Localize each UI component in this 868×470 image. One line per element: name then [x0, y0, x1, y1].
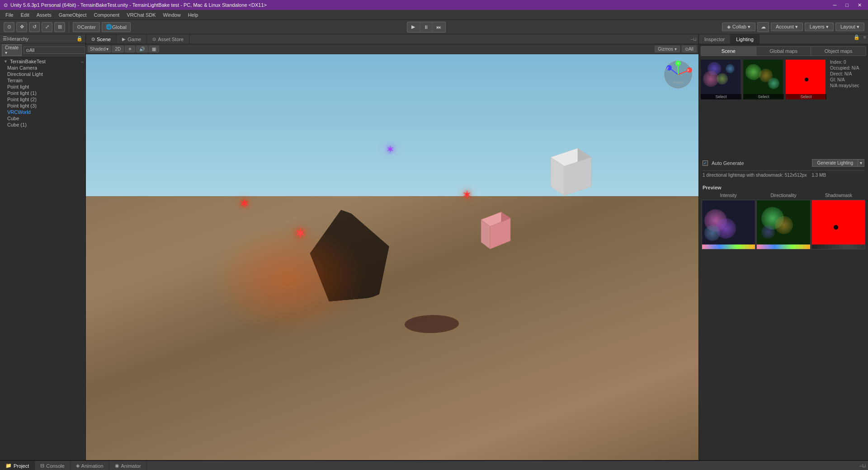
menu-window[interactable]: Window — [160, 11, 184, 19]
lightmap-stats-label: 1 directional lightmap with shadowmask: … — [703, 173, 807, 178]
tab-game[interactable]: ▶ Game — [117, 34, 147, 44]
lightmap-mrays: N/A mrays/sec — [830, 83, 859, 88]
tab-console[interactable]: ⊟ Console — [35, 461, 70, 470]
tab-project[interactable]: 📁 Project — [0, 461, 35, 470]
mode-2d-btn[interactable]: 2D — [112, 46, 124, 52]
layers-button[interactable]: Layers ▾ — [805, 23, 834, 31]
all-filter-btn[interactable]: ⊙All — [682, 46, 697, 52]
global-icon: 🌐 — [106, 24, 112, 30]
menu-vrchat-sdk[interactable]: VRChat SDK — [123, 11, 159, 19]
lightmap-select-btn-3[interactable]: Select — [786, 94, 826, 99]
pivot-center-btn[interactable]: ⊙ Center — [73, 22, 100, 32]
point-light-icon-1[interactable]: ✶ — [239, 196, 250, 211]
minimize-button[interactable]: ─ — [830, 1, 840, 9]
tool-move[interactable]: ✥ — [16, 22, 27, 32]
preview-canvas-3 — [812, 200, 865, 249]
layout-button[interactable]: Layout ▾ — [835, 23, 864, 31]
hier-minus-icon: – — [81, 59, 84, 64]
hier-item-terrainbaketest[interactable]: ▼ TerrainBakeTest – — [0, 58, 85, 65]
lighting-toggle[interactable]: ☀ — [125, 46, 135, 52]
menu-help[interactable]: Help — [184, 11, 202, 19]
scene-tab-spacer — [189, 34, 689, 44]
point-light-icon-3[interactable]: ✶ — [462, 188, 472, 202]
object-maps-sub-tab-label: Object maps — [825, 48, 853, 54]
animator-tab-label: Animator — [121, 463, 141, 469]
account-button[interactable]: Account ▾ — [771, 23, 803, 31]
hier-item-label: Directional Light — [7, 71, 43, 77]
preview-thumb-intensity[interactable] — [702, 200, 755, 249]
directional-light-icon[interactable]: ✶ — [386, 144, 394, 155]
tab-asset-store[interactable]: ⊙ Asset Store — [147, 34, 189, 44]
generate-lighting-btn[interactable]: Generate Lighting — [812, 159, 858, 167]
shaded-dropdown[interactable]: Shaded ▾ — [88, 46, 111, 52]
pivot-global-btn[interactable]: 🌐 Global — [102, 22, 131, 32]
menu-component[interactable]: Component — [90, 11, 123, 19]
tab-lighting[interactable]: Lighting — [731, 34, 760, 44]
tab-animation[interactable]: ◈ Animation — [71, 461, 109, 470]
close-button[interactable]: ✕ — [855, 1, 864, 9]
svg-text:X: X — [687, 69, 689, 72]
hier-item-directional-light[interactable]: Directional Light — [0, 71, 85, 77]
effects-toggle[interactable]: ▦ — [149, 46, 159, 52]
step-button[interactable]: ⏭ — [433, 22, 445, 32]
global-maps-sub-tab-label: Global maps — [769, 48, 797, 54]
lightmap-select-btn-2[interactable]: Select — [743, 94, 784, 99]
hier-search-input[interactable] — [24, 47, 85, 54]
lightmap-select-btn-1[interactable]: Select — [701, 94, 741, 99]
point-light-icon-2[interactable]: ✶ — [294, 225, 307, 242]
collab-button[interactable]: ◈ Collab ▾ — [722, 23, 755, 31]
tab-scene[interactable]: ⊙ Scene — [86, 34, 117, 44]
right-panel-lock[interactable]: 🔒 — [852, 34, 862, 44]
preview-header: Preview — [701, 183, 866, 192]
menu-edit[interactable]: Edit — [17, 11, 33, 19]
hier-item-point-light-1[interactable]: Point light (1) — [0, 90, 85, 96]
hierarchy-content[interactable]: ▼ TerrainBakeTest – Main Camera Directio… — [0, 57, 85, 460]
pivot-icon: ⊙ — [77, 24, 81, 30]
lighting-sub-tab-global-maps[interactable]: Global maps — [756, 47, 811, 56]
tab-inspector[interactable]: Inspector — [699, 34, 731, 44]
hier-item-point-light-3[interactable]: Point light (3) — [0, 103, 85, 109]
lighting-sub-tab-object-maps[interactable]: Object maps — [811, 47, 866, 56]
menu-assets[interactable]: Assets — [33, 11, 55, 19]
hier-item-cube[interactable]: Cube — [0, 115, 85, 122]
hier-item-vrcworld[interactable]: VRCWorld — [0, 109, 85, 115]
unity-logo: ⊙ — [4, 2, 8, 8]
bottom-collapse-icon[interactable]: –⊔ — [859, 463, 866, 469]
auto-generate-checkbox[interactable]: ✓ — [703, 160, 708, 166]
tool-hand[interactable]: ⊙ — [4, 22, 14, 32]
play-button[interactable]: ▶ — [407, 22, 420, 32]
hier-item-terrain[interactable]: Terrain — [0, 77, 85, 84]
hier-item-point-light-2[interactable]: Point light (2) — [0, 96, 85, 103]
hier-item-label: Point light (1) — [7, 90, 37, 96]
svg-text:Persp: Persp — [674, 80, 683, 85]
preview-bottom-strip-1 — [702, 244, 755, 249]
tab-animator[interactable]: ◉ Animator — [109, 461, 147, 470]
preview-thumb-shadowmask[interactable] — [811, 200, 865, 249]
generate-lighting-dropdown[interactable]: ▾ — [858, 159, 864, 167]
right-panel-expand[interactable]: ≡ — [862, 34, 868, 44]
right-tab-spacer — [760, 34, 852, 44]
cloud-button[interactable]: ☁ — [757, 22, 769, 32]
dropdown-arrow: ▾ — [106, 47, 108, 52]
hier-create-btn[interactable]: Create ▾ — [2, 44, 22, 56]
menu-file[interactable]: File — [2, 11, 17, 19]
hier-item-point-light[interactable]: Point light — [0, 84, 85, 90]
hier-item-label: Point light (3) — [7, 103, 37, 108]
inspector-tab-label: Inspector — [704, 37, 725, 42]
menu-gameobject[interactable]: GameObject — [55, 11, 90, 19]
hier-item-cube-1[interactable]: Cube (1) — [0, 122, 85, 128]
tool-rotate[interactable]: ↺ — [29, 22, 40, 32]
maximize-button[interactable]: □ — [843, 1, 851, 9]
tool-scale[interactable]: ⤢ — [42, 22, 52, 32]
preview-thumb-directionality[interactable] — [756, 200, 810, 249]
nav-gizmo[interactable]: X Z Y Persp — [662, 59, 694, 90]
lighting-sub-tab-scene[interactable]: Scene — [701, 47, 756, 56]
gizmos-btn[interactable]: Gizmos ▾ — [655, 46, 680, 52]
scene-viewport[interactable]: ✶ ✶ ✶ ✶ X — [86, 54, 698, 460]
main-area: ☰ Hierarchy 🔒 Create ▾ ▼ TerrainBakeTest… — [0, 34, 868, 460]
pause-button[interactable]: ⏸ — [420, 22, 433, 32]
audio-toggle[interactable]: 🔊 — [136, 46, 148, 52]
hier-item-main-camera[interactable]: Main Camera — [0, 65, 85, 71]
preview-thumbs — [701, 199, 866, 250]
tool-rect[interactable]: ⊞ — [54, 22, 65, 32]
